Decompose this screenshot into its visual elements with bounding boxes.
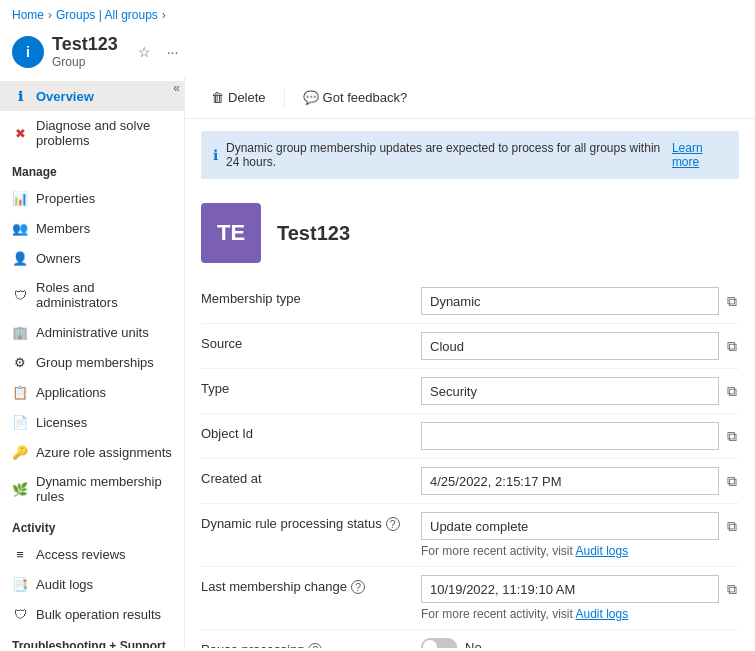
overview-icon: ℹ (12, 88, 28, 104)
applications-icon: 📋 (12, 384, 28, 400)
sidebar-item-dynamic-rules[interactable]: 🌿 Dynamic membership rules (0, 467, 184, 511)
type-label: Type (201, 377, 421, 396)
admin-units-icon: 🏢 (12, 324, 28, 340)
activity-section-label: Activity (0, 511, 184, 539)
access-reviews-icon: ≡ (12, 546, 28, 562)
last-membership-change-tooltip-icon[interactable]: ? (351, 580, 365, 594)
manage-section-label: Manage (0, 155, 184, 183)
pause-processing-value: No (465, 640, 482, 649)
main-layout: « ℹ Overview ✖ Diagnose and solve proble… (0, 77, 755, 648)
page-header: i Test123 Group ☆ ··· (0, 30, 755, 77)
sidebar-item-access-reviews[interactable]: ≡ Access reviews (0, 539, 184, 569)
type-value-wrapper: Security ⧉ (421, 377, 739, 405)
delete-icon: 🗑 (211, 90, 224, 105)
azure-role-icon: 🔑 (12, 444, 28, 460)
sidebar-item-properties[interactable]: 📊 Properties (0, 183, 184, 213)
membership-type-copy-icon[interactable]: ⧉ (725, 291, 739, 312)
breadcrumb-home[interactable]: Home (12, 8, 44, 22)
last-membership-change-copy-icon[interactable]: ⧉ (725, 579, 739, 600)
sidebar-item-diagnose[interactable]: ✖ Diagnose and solve problems (0, 111, 184, 155)
sidebar-collapse-button[interactable]: « (173, 81, 180, 95)
page-header-actions: ☆ ··· (134, 42, 183, 62)
pin-button[interactable]: ☆ (134, 42, 155, 62)
group-memberships-icon: ⚙ (12, 354, 28, 370)
property-source: Source Cloud ⧉ (201, 324, 739, 369)
group-display-name: Test123 (277, 222, 350, 245)
sidebar-item-owners[interactable]: 👤 Owners (0, 243, 184, 273)
last-membership-change-note: For more recent activity, visit Audit lo… (421, 607, 739, 621)
dynamic-rule-status-note: For more recent activity, visit Audit lo… (421, 544, 739, 558)
dynamic-rule-status-audit-link[interactable]: Audit logs (575, 544, 628, 558)
created-at-label: Created at (201, 467, 421, 486)
created-at-value-wrapper: 4/25/2022, 2:15:17 PM ⧉ (421, 467, 739, 495)
source-label: Source (201, 332, 421, 351)
sidebar-item-applications[interactable]: 📋 Applications (0, 377, 184, 407)
property-created-at: Created at 4/25/2022, 2:15:17 PM ⧉ (201, 459, 739, 504)
membership-type-value: Dynamic (421, 287, 719, 315)
breadcrumb-groups[interactable]: Groups | All groups (56, 8, 158, 22)
group-header-icon: i (12, 36, 44, 68)
dynamic-rule-status-copy-icon[interactable]: ⧉ (725, 516, 739, 537)
properties-grid: Membership type Dynamic ⧉ Source Cloud ⧉ (185, 279, 755, 648)
source-value-wrapper: Cloud ⧉ (421, 332, 739, 360)
bulk-ops-icon: 🛡 (12, 606, 28, 622)
sidebar-item-admin-units[interactable]: 🏢 Administrative units (0, 317, 184, 347)
sidebar-item-group-memberships[interactable]: ⚙ Group memberships (0, 347, 184, 377)
dynamic-rules-icon: 🌿 (12, 481, 28, 497)
object-id-copy-icon[interactable]: ⧉ (725, 426, 739, 447)
page-title: Test123 (52, 34, 118, 55)
type-value: Security (421, 377, 719, 405)
pause-processing-label: Pause processing ? (201, 638, 421, 648)
more-button[interactable]: ··· (163, 42, 183, 62)
dynamic-rule-status-label: Dynamic rule processing status ? (201, 512, 421, 531)
pause-processing-toggle: No (421, 638, 482, 648)
pause-processing-toggle-switch[interactable] (421, 638, 457, 648)
created-at-value: 4/25/2022, 2:15:17 PM (421, 467, 719, 495)
owners-icon: 👤 (12, 250, 28, 266)
roles-icon: 🛡 (12, 287, 28, 303)
last-membership-change-audit-link[interactable]: Audit logs (575, 607, 628, 621)
sidebar-item-bulk-ops[interactable]: 🛡 Bulk operation results (0, 599, 184, 629)
last-membership-change-value-col: 10/19/2022, 11:19:10 AM ⧉ For more recen… (421, 575, 739, 621)
breadcrumb: Home › Groups | All groups › (0, 0, 755, 30)
delete-button[interactable]: 🗑 Delete (201, 85, 276, 110)
toggle-knob (423, 640, 437, 648)
page-subtitle: Group (52, 55, 118, 69)
dynamic-rule-status-value: Update complete (421, 512, 719, 540)
info-banner-link[interactable]: Learn more (672, 141, 727, 169)
property-last-membership-change: Last membership change ? 10/19/2022, 11:… (201, 567, 739, 630)
property-type: Type Security ⧉ (201, 369, 739, 414)
toolbar-separator (284, 88, 285, 108)
dynamic-rule-status-tooltip-icon[interactable]: ? (386, 517, 400, 531)
dynamic-rule-status-value-col: Update complete ⧉ For more recent activi… (421, 512, 739, 558)
object-id-value-wrapper: ⧉ (421, 422, 739, 450)
diagnose-icon: ✖ (12, 125, 28, 141)
sidebar-item-roles[interactable]: 🛡 Roles and administrators (0, 273, 184, 317)
membership-type-value-wrapper: Dynamic ⧉ (421, 287, 739, 315)
toolbar: 🗑 Delete 💬 Got feedback? (185, 77, 755, 119)
last-membership-change-value: 10/19/2022, 11:19:10 AM (421, 575, 719, 603)
property-object-id: Object Id ⧉ (201, 414, 739, 459)
sidebar-item-licenses[interactable]: 📄 Licenses (0, 407, 184, 437)
info-banner: ℹ Dynamic group membership updates are e… (201, 131, 739, 179)
group-avatar: TE (201, 203, 261, 263)
sidebar-item-members[interactable]: 👥 Members (0, 213, 184, 243)
feedback-button[interactable]: 💬 Got feedback? (293, 85, 418, 110)
info-banner-icon: ℹ (213, 147, 218, 163)
last-membership-change-label: Last membership change ? (201, 575, 421, 594)
sidebar-item-overview[interactable]: ℹ Overview (0, 81, 184, 111)
sidebar-item-azure-role[interactable]: 🔑 Azure role assignments (0, 437, 184, 467)
sidebar: « ℹ Overview ✖ Diagnose and solve proble… (0, 77, 185, 648)
created-at-copy-icon[interactable]: ⧉ (725, 471, 739, 492)
content-area: 🗑 Delete 💬 Got feedback? ℹ Dynamic group… (185, 77, 755, 648)
type-copy-icon[interactable]: ⧉ (725, 381, 739, 402)
feedback-icon: 💬 (303, 90, 319, 105)
sidebar-item-audit-logs[interactable]: 📑 Audit logs (0, 569, 184, 599)
pause-processing-tooltip-icon[interactable]: ? (308, 643, 322, 649)
property-pause-processing: Pause processing ? No (201, 630, 739, 648)
property-dynamic-rule-status: Dynamic rule processing status ? Update … (201, 504, 739, 567)
source-copy-icon[interactable]: ⧉ (725, 336, 739, 357)
properties-icon: 📊 (12, 190, 28, 206)
troubleshooting-section-label: Troubleshooting + Support (0, 629, 184, 648)
property-membership-type: Membership type Dynamic ⧉ (201, 279, 739, 324)
